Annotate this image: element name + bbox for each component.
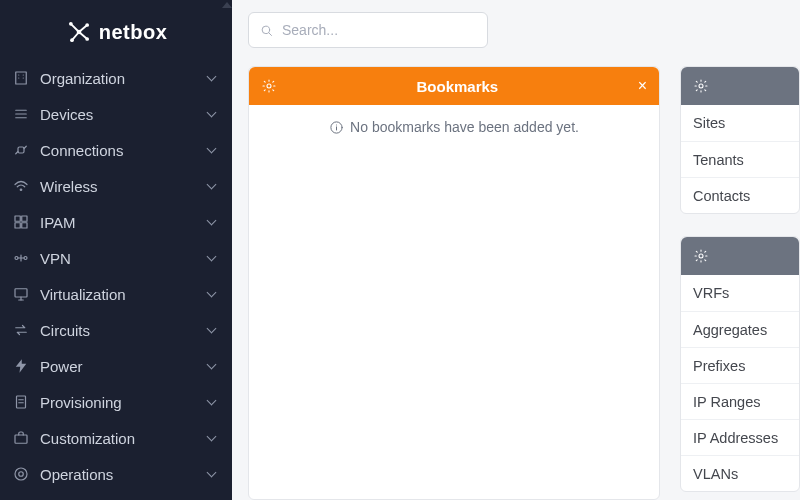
chevron-down-icon <box>208 145 218 155</box>
vpn-icon <box>12 249 30 267</box>
list-item[interactable]: IP Ranges <box>681 383 799 419</box>
chevron-down-icon <box>208 181 218 191</box>
sidebar-item-ipam[interactable]: IPAM <box>0 204 232 240</box>
sidebar-item-label: Virtualization <box>40 286 208 303</box>
swap-icon <box>12 321 30 339</box>
svg-line-8 <box>79 32 87 39</box>
sidebar-item-customization[interactable]: Customization <box>0 420 232 456</box>
sidebar-item-virtualization[interactable]: Virtualization <box>0 276 232 312</box>
svg-rect-19 <box>15 216 20 221</box>
ops-icon <box>12 465 30 483</box>
search-box[interactable] <box>248 12 488 48</box>
close-icon[interactable]: × <box>638 77 647 95</box>
bookmarks-panel-header: Bookmarks × <box>249 67 659 105</box>
search-input[interactable] <box>282 22 477 38</box>
sidebar-item-circuits[interactable]: Circuits <box>0 312 232 348</box>
chevron-down-icon <box>208 361 218 371</box>
sidebar-item-label: VPN <box>40 250 208 267</box>
sidebar-item-admin[interactable]: Admin <box>0 492 232 500</box>
bookmarks-panel-title: Bookmarks <box>277 78 638 95</box>
info-icon <box>329 120 344 135</box>
chevron-down-icon <box>208 109 218 119</box>
sidebar-item-connections[interactable]: Connections <box>0 132 232 168</box>
sidebar-item-label: Devices <box>40 106 208 123</box>
quick-links-list: VRFs Aggregates Prefixes IP Ranges IP Ad… <box>681 275 799 491</box>
main-content: Bookmarks × No bookmarks have been added… <box>232 0 800 500</box>
svg-point-40 <box>267 84 271 88</box>
bookmarks-empty-state: No bookmarks have been added yet. <box>261 119 647 135</box>
sidebar-item-label: Connections <box>40 142 208 159</box>
sidebar-item-operations[interactable]: Operations <box>0 456 232 492</box>
sidebar-item-label: Organization <box>40 70 208 87</box>
quick-links-panel-header <box>681 237 799 275</box>
search-icon <box>259 23 274 38</box>
list-item[interactable]: IP Addresses <box>681 419 799 455</box>
sidebar-item-provisioning[interactable]: Provisioning <box>0 384 232 420</box>
sidebar-item-label: Power <box>40 358 208 375</box>
list-icon <box>12 105 30 123</box>
sidebar-item-label: Provisioning <box>40 394 208 411</box>
svg-line-5 <box>71 24 79 32</box>
quick-links-panel-1: Sites Tenants Contacts <box>680 66 800 214</box>
svg-rect-34 <box>15 435 27 443</box>
sidebar-item-power[interactable]: Power <box>0 348 232 384</box>
svg-point-44 <box>699 84 703 88</box>
grid-icon <box>12 213 30 231</box>
quick-links-list: Sites Tenants Contacts <box>681 105 799 213</box>
svg-rect-21 <box>15 223 20 228</box>
list-item[interactable]: Contacts <box>681 177 799 213</box>
list-item[interactable]: Tenants <box>681 141 799 177</box>
svg-line-7 <box>72 32 79 40</box>
chevron-down-icon <box>208 73 218 83</box>
sidebar-item-label: Operations <box>40 466 208 483</box>
svg-rect-17 <box>18 147 24 153</box>
sidebar-item-organization[interactable]: Organization <box>0 60 232 96</box>
sidebar-nav: Organization Devices Connections Wireles… <box>0 60 232 500</box>
dashboard-content: Bookmarks × No bookmarks have been added… <box>232 60 800 500</box>
scroll-up-icon <box>222 2 232 8</box>
bolt-icon <box>12 357 30 375</box>
sidebar-item-label: Circuits <box>40 322 208 339</box>
bookmarks-empty-text: No bookmarks have been added yet. <box>350 119 579 135</box>
svg-point-35 <box>19 472 24 477</box>
list-item[interactable]: Prefixes <box>681 347 799 383</box>
chevron-down-icon <box>208 433 218 443</box>
sidebar-item-vpn[interactable]: VPN <box>0 240 232 276</box>
brand-logo[interactable]: netbox <box>0 0 232 60</box>
svg-rect-20 <box>22 216 27 221</box>
svg-rect-31 <box>17 396 26 408</box>
sidebar: netbox Organization Devices Connections … <box>0 0 232 500</box>
svg-line-39 <box>269 32 272 35</box>
quick-links-panel-2: VRFs Aggregates Prefixes IP Ranges IP Ad… <box>680 236 800 492</box>
list-item[interactable]: VLANs <box>681 455 799 491</box>
list-item[interactable]: Sites <box>681 105 799 141</box>
doc-icon <box>12 393 30 411</box>
bookmarks-panel-body: No bookmarks have been added yet. <box>249 105 659 149</box>
wifi-icon <box>12 177 30 195</box>
svg-point-18 <box>20 189 22 191</box>
svg-marker-30 <box>16 359 27 373</box>
list-item[interactable]: Aggregates <box>681 311 799 347</box>
svg-rect-9 <box>16 72 27 84</box>
svg-rect-22 <box>22 223 27 228</box>
gear-icon[interactable] <box>261 78 277 94</box>
list-item[interactable]: VRFs <box>681 275 799 311</box>
netbox-logo-icon <box>65 18 93 46</box>
chevron-down-icon <box>208 469 218 479</box>
sidebar-item-devices[interactable]: Devices <box>0 96 232 132</box>
sidebar-item-label: Wireless <box>40 178 208 195</box>
chevron-down-icon <box>208 289 218 299</box>
svg-point-45 <box>699 254 703 258</box>
briefcase-icon <box>12 429 30 447</box>
sidebar-item-wireless[interactable]: Wireless <box>0 168 232 204</box>
bookmarks-panel: Bookmarks × No bookmarks have been added… <box>248 66 660 500</box>
plug-icon <box>12 141 30 159</box>
gear-icon[interactable] <box>693 248 709 264</box>
chevron-down-icon <box>208 397 218 407</box>
monitor-icon <box>12 285 30 303</box>
brand-name: netbox <box>99 21 168 44</box>
svg-rect-27 <box>15 289 27 297</box>
svg-line-6 <box>79 25 87 32</box>
quick-links-panel-header <box>681 67 799 105</box>
gear-icon[interactable] <box>693 78 709 94</box>
